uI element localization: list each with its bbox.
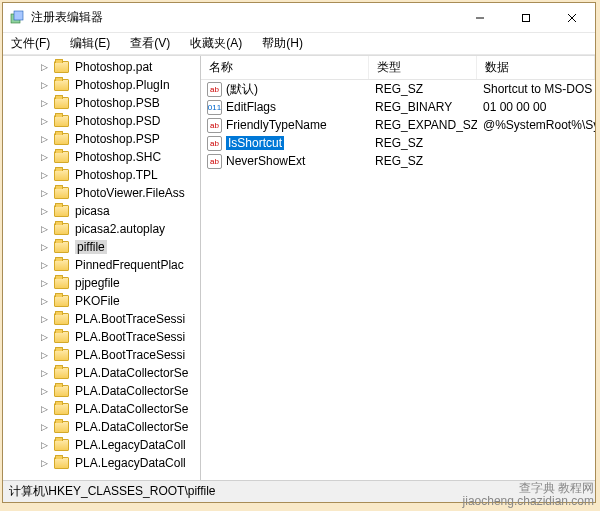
tree-item[interactable]: ▷picasa [3,202,200,220]
list-body: ab(默认)REG_SZShortcut to MS-DOS P011EditF… [201,80,595,170]
list-pane[interactable]: 名称 类型 数据 ab(默认)REG_SZShortcut to MS-DOS … [201,56,595,480]
expand-icon[interactable]: ▷ [39,296,50,307]
expand-icon[interactable]: ▷ [39,314,50,325]
expand-icon[interactable]: ▷ [39,386,50,397]
tree-item[interactable]: ▷PinnedFrequentPlac [3,256,200,274]
expand-icon[interactable]: ▷ [39,134,50,145]
svg-rect-1 [14,11,23,20]
string-value-icon: ab [207,154,222,169]
expand-icon[interactable]: ▷ [39,332,50,343]
menu-file[interactable]: 文件(F) [7,33,54,54]
folder-icon [54,385,69,397]
tree-item-label: PhotoViewer.FileAss [75,186,185,200]
column-header-type[interactable]: 类型 [369,56,477,79]
tree-item[interactable]: ▷piffile [3,238,200,256]
tree-item[interactable]: ▷PLA.DataCollectorSe [3,418,200,436]
tree-item[interactable]: ▷PLA.BootTraceSessi [3,328,200,346]
maximize-button[interactable] [503,3,549,32]
expand-icon[interactable]: ▷ [39,368,50,379]
string-value-icon: ab [207,118,222,133]
folder-icon [54,259,69,271]
tree-item[interactable]: ▷PLA.BootTraceSessi [3,346,200,364]
value-name: (默认) [226,81,258,98]
tree-item[interactable]: ▷picasa2.autoplay [3,220,200,238]
value-name: EditFlags [226,100,276,114]
folder-icon [54,115,69,127]
minimize-button[interactable] [457,3,503,32]
regedit-window: 注册表编辑器 文件(F) 编辑(E) 查看(V) 收藏夹(A) 帮助(H) ▷P… [2,2,596,503]
expand-icon[interactable]: ▷ [39,278,50,289]
expand-icon[interactable]: ▷ [39,242,50,253]
expand-icon[interactable]: ▷ [39,422,50,433]
tree-item-label: PKOFile [75,294,120,308]
menu-help[interactable]: 帮助(H) [258,33,307,54]
menubar: 文件(F) 编辑(E) 查看(V) 收藏夹(A) 帮助(H) [3,33,595,55]
folder-icon [54,367,69,379]
folder-icon [54,61,69,73]
tree-item-label: PLA.DataCollectorSe [75,402,188,416]
tree-item[interactable]: ▷Photoshop.PSP [3,130,200,148]
expand-icon[interactable]: ▷ [39,62,50,73]
tree-pane[interactable]: ▷Photoshop.pat▷Photoshop.PlugIn▷Photosho… [3,56,201,480]
tree-item[interactable]: ▷PKOFile [3,292,200,310]
expand-icon[interactable]: ▷ [39,80,50,91]
list-row[interactable]: abFriendlyTypeNameREG_EXPAND_SZ@%SystemR… [201,116,595,134]
expand-icon[interactable]: ▷ [39,350,50,361]
client-area: ▷Photoshop.pat▷Photoshop.PlugIn▷Photosho… [3,55,595,480]
expand-icon[interactable]: ▷ [39,404,50,415]
expand-icon[interactable]: ▷ [39,440,50,451]
folder-icon [54,457,69,469]
column-header-name[interactable]: 名称 [201,56,369,79]
list-row[interactable]: 011EditFlagsREG_BINARY01 00 00 00 [201,98,595,116]
expand-icon[interactable]: ▷ [39,224,50,235]
list-row[interactable]: abIsShortcutREG_SZ [201,134,595,152]
value-data: Shortcut to MS-DOS P [477,82,595,96]
tree-item-label: pjpegfile [75,276,120,290]
tree-item[interactable]: ▷PLA.DataCollectorSe [3,382,200,400]
folder-icon [54,403,69,415]
tree-item[interactable]: ▷PhotoViewer.FileAss [3,184,200,202]
binary-value-icon: 011 [207,100,222,115]
folder-icon [54,169,69,181]
tree-item[interactable]: ▷Photoshop.TPL [3,166,200,184]
expand-icon[interactable]: ▷ [39,170,50,181]
expand-icon[interactable]: ▷ [39,260,50,271]
folder-icon [54,205,69,217]
menu-view[interactable]: 查看(V) [126,33,174,54]
tree-item[interactable]: ▷Photoshop.PlugIn [3,76,200,94]
tree-item-label: Photoshop.PSB [75,96,160,110]
expand-icon[interactable]: ▷ [39,206,50,217]
string-value-icon: ab [207,82,222,97]
menu-edit[interactable]: 编辑(E) [66,33,114,54]
expand-icon[interactable]: ▷ [39,188,50,199]
tree-item-label: piffile [75,240,107,254]
tree-item-label: Photoshop.PlugIn [75,78,170,92]
expand-icon[interactable]: ▷ [39,152,50,163]
tree-item[interactable]: ▷Photoshop.SHC [3,148,200,166]
tree-item[interactable]: ▷Photoshop.PSD [3,112,200,130]
close-button[interactable] [549,3,595,32]
folder-icon [54,295,69,307]
expand-icon[interactable]: ▷ [39,458,50,469]
expand-icon[interactable]: ▷ [39,116,50,127]
value-name: FriendlyTypeName [226,118,327,132]
folder-icon [54,421,69,433]
tree-item[interactable]: ▷Photoshop.pat [3,58,200,76]
tree-item[interactable]: ▷PLA.LegacyDataColl [3,454,200,472]
list-row[interactable]: abNeverShowExtREG_SZ [201,152,595,170]
folder-icon [54,241,69,253]
tree-item-label: PLA.DataCollectorSe [75,420,188,434]
tree-item[interactable]: ▷pjpegfile [3,274,200,292]
tree-item[interactable]: ▷Photoshop.PSB [3,94,200,112]
menu-favorites[interactable]: 收藏夹(A) [186,33,246,54]
list-row[interactable]: ab(默认)REG_SZShortcut to MS-DOS P [201,80,595,98]
expand-icon[interactable]: ▷ [39,98,50,109]
column-header-data[interactable]: 数据 [477,56,595,79]
tree-item-label: Photoshop.PSP [75,132,160,146]
tree-item[interactable]: ▷PLA.BootTraceSessi [3,310,200,328]
tree-item-label: Photoshop.TPL [75,168,158,182]
window-title: 注册表编辑器 [31,9,457,26]
tree-item[interactable]: ▷PLA.DataCollectorSe [3,400,200,418]
tree-item[interactable]: ▷PLA.LegacyDataColl [3,436,200,454]
tree-item[interactable]: ▷PLA.DataCollectorSe [3,364,200,382]
